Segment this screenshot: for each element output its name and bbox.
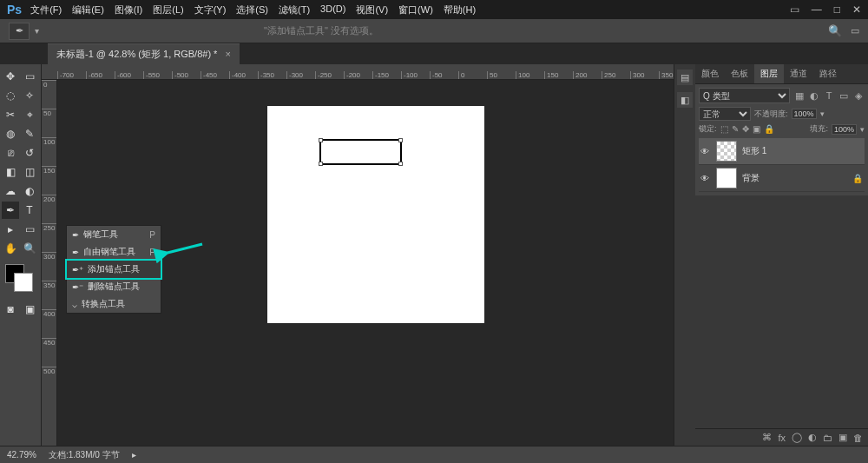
app-logo: Ps bbox=[7, 3, 22, 17]
eyedropper-tool[interactable]: ⌖ bbox=[21, 106, 38, 123]
new-layer-icon[interactable]: ▣ bbox=[838, 432, 847, 443]
wand-tool[interactable]: ✧ bbox=[21, 87, 38, 104]
layer-row-background[interactable]: 👁 背景 🔒 bbox=[699, 165, 865, 192]
menu-file[interactable]: 文件(F) bbox=[30, 3, 62, 17]
dock-properties-icon[interactable]: ◧ bbox=[677, 92, 693, 108]
document-tab[interactable]: 未标题-1 @ 42.8% (矩形 1, RGB/8#) * × bbox=[48, 43, 240, 64]
filter-shape-icon[interactable]: ▭ bbox=[838, 90, 850, 102]
menu-select[interactable]: 选择(S) bbox=[236, 3, 268, 17]
delete-layer-icon[interactable]: 🗑 bbox=[853, 433, 863, 443]
current-tool-icon[interactable]: ✒ bbox=[9, 23, 30, 40]
maximize-icon[interactable]: □ bbox=[834, 3, 840, 16]
fill-value[interactable]: 100% bbox=[832, 124, 857, 135]
crop-tool[interactable]: ✂ bbox=[2, 106, 19, 123]
layer-name[interactable]: 背景 bbox=[742, 172, 760, 184]
dock-history-icon[interactable]: ▤ bbox=[677, 69, 693, 85]
workspace-icon[interactable]: ▭ bbox=[851, 25, 859, 36]
layer-thumb[interactable] bbox=[716, 168, 737, 189]
mask-icon[interactable]: ◯ bbox=[792, 432, 802, 443]
visibility-icon[interactable]: 👁 bbox=[700, 147, 711, 156]
flyout-freeform-pen[interactable]: ✒自由钢笔工具P bbox=[67, 243, 161, 261]
eraser-tool[interactable]: ◧ bbox=[2, 163, 19, 181]
filter-type-icon[interactable]: T bbox=[823, 90, 835, 102]
hand-tool[interactable]: ✋ bbox=[2, 240, 19, 257]
pen-tool[interactable]: ✒ bbox=[2, 202, 19, 219]
options-bar: ✒ ▾ "添加锚点工具" 没有选项。 🔍 ▭ bbox=[0, 19, 868, 43]
history-brush-tool[interactable]: ↺ bbox=[21, 144, 38, 162]
anchor-bl[interactable] bbox=[319, 162, 323, 166]
visibility-icon[interactable]: 👁 bbox=[700, 174, 711, 183]
background-swatch[interactable] bbox=[14, 273, 33, 292]
canvas[interactable] bbox=[267, 106, 484, 323]
tab-swatches[interactable]: 色板 bbox=[725, 64, 754, 83]
layer-name[interactable]: 矩形 1 bbox=[742, 145, 766, 157]
flyout-pen[interactable]: ✒钢笔工具P bbox=[67, 226, 161, 243]
anchor-br[interactable] bbox=[398, 162, 403, 166]
adjustment-icon[interactable]: ◐ bbox=[808, 432, 817, 443]
lasso-tool[interactable]: ◌ bbox=[2, 87, 19, 104]
flyout-delete-anchor[interactable]: ✒⁻删除锚点工具 bbox=[67, 278, 161, 295]
menu-help[interactable]: 帮助(H) bbox=[444, 3, 476, 17]
quickmask-tool[interactable]: ◙ bbox=[2, 301, 19, 318]
tab-layers[interactable]: 图层 bbox=[754, 64, 784, 83]
minimize-icon[interactable]: — bbox=[812, 3, 822, 16]
lock-all-icon[interactable]: ⬚ bbox=[720, 124, 728, 134]
shape-rectangle[interactable] bbox=[319, 139, 402, 165]
lock-icon[interactable]: 🔒 bbox=[764, 124, 774, 134]
blur-tool[interactable]: ☁ bbox=[2, 182, 19, 200]
lock-position-icon[interactable]: ✥ bbox=[742, 124, 749, 134]
zoom-level[interactable]: 42.79% bbox=[7, 450, 36, 460]
tab-channels[interactable]: 通道 bbox=[784, 64, 813, 83]
menu-filter[interactable]: 滤镜(T) bbox=[279, 3, 310, 17]
fx-icon[interactable]: fx bbox=[778, 433, 786, 443]
menu-edit[interactable]: 编辑(E) bbox=[72, 3, 104, 17]
search-icon[interactable]: 🔍 bbox=[828, 24, 842, 37]
window-controls: ▭ — □ ✕ bbox=[790, 3, 861, 16]
screenmode-tool[interactable]: ▣ bbox=[21, 301, 38, 318]
dodge-tool[interactable]: ◐ bbox=[21, 182, 38, 200]
link-layers-icon[interactable]: ⌘ bbox=[762, 432, 772, 443]
doc-info-arrow-icon[interactable]: ▸ bbox=[132, 450, 136, 460]
layer-thumb[interactable] bbox=[716, 141, 737, 162]
opacity-value[interactable]: 100% bbox=[792, 109, 817, 119]
doc-arrange-icon[interactable]: ▭ bbox=[790, 3, 799, 16]
menu-type[interactable]: 文字(Y) bbox=[194, 3, 227, 17]
menu-image[interactable]: 图像(I) bbox=[115, 3, 142, 17]
lock-artboard-icon[interactable]: ▣ bbox=[753, 124, 760, 134]
path-select-tool[interactable]: ▸ bbox=[2, 221, 19, 238]
flyout-convert-point[interactable]: ⌵转换点工具 bbox=[67, 295, 161, 313]
doc-info[interactable]: 文档:1.83M/0 字节 bbox=[49, 449, 120, 461]
options-message: "添加锚点工具" 没有选项。 bbox=[264, 24, 378, 37]
menu-layer[interactable]: 图层(L) bbox=[153, 3, 183, 17]
tab-color[interactable]: 颜色 bbox=[695, 64, 725, 83]
filter-pixel-icon[interactable]: ▦ bbox=[793, 90, 806, 102]
menu-3d[interactable]: 3D(D) bbox=[320, 3, 345, 17]
shape-tool[interactable]: ▭ bbox=[21, 221, 38, 238]
anchor-tl[interactable] bbox=[319, 138, 323, 142]
menu-window[interactable]: 窗口(W) bbox=[398, 3, 433, 17]
artboard-tool[interactable]: ▭ bbox=[21, 68, 38, 85]
filter-smart-icon[interactable]: ◈ bbox=[852, 90, 865, 102]
blend-mode-select[interactable]: 正常 bbox=[699, 107, 751, 121]
tools-panel: ✥ ▭ ◌ ✧ ✂ ⌖ ◍ ✎ ⎚ ↺ ◧ ◫ ☁ ◐ ✒ T ▸ ▭ ✋ 🔍 … bbox=[0, 64, 42, 446]
lock-icon[interactable]: 🔒 bbox=[852, 174, 863, 183]
filter-adjust-icon[interactable]: ◐ bbox=[808, 90, 820, 102]
heal-tool[interactable]: ◍ bbox=[2, 125, 19, 142]
move-tool[interactable]: ✥ bbox=[2, 68, 19, 85]
close-icon[interactable]: ✕ bbox=[852, 3, 861, 16]
zoom-tool[interactable]: 🔍 bbox=[21, 240, 38, 257]
flyout-add-anchor[interactable]: ✒⁺添加锚点工具 bbox=[67, 261, 161, 278]
type-tool[interactable]: T bbox=[21, 202, 38, 219]
brush-tool[interactable]: ✎ bbox=[21, 125, 38, 142]
menu-view[interactable]: 视图(V) bbox=[356, 3, 388, 17]
anchor-tr[interactable] bbox=[398, 138, 403, 142]
stamp-tool[interactable]: ⎚ bbox=[2, 144, 19, 162]
group-icon[interactable]: 🗀 bbox=[823, 433, 832, 443]
layer-row-shape[interactable]: 👁 矩形 1 bbox=[699, 138, 865, 165]
close-tab-icon[interactable]: × bbox=[225, 49, 230, 59]
lock-pixels-icon[interactable]: ✎ bbox=[732, 124, 739, 134]
tab-paths[interactable]: 路径 bbox=[813, 64, 843, 83]
gradient-tool[interactable]: ◫ bbox=[21, 163, 38, 181]
color-swatches[interactable] bbox=[2, 264, 39, 299]
layer-filter-type[interactable]: Q 类型 bbox=[699, 88, 790, 103]
